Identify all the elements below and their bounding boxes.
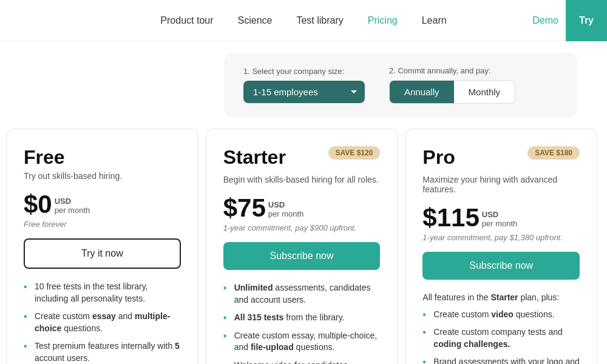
plan-starter-card: Starter SAVE $120 Begin with skills-base… bbox=[206, 129, 398, 364]
selector-box: 1. Select your company size: 1-15 employ… bbox=[225, 53, 577, 116]
pro-price-row: $115 USD per month bbox=[422, 205, 580, 231]
nav-test-library[interactable]: Test library bbox=[296, 15, 343, 26]
free-feature-list: 10 free tests in the test library, inclu… bbox=[24, 281, 181, 364]
pro-features-intro: All features in the Starter plan, plus: bbox=[422, 292, 580, 304]
free-price-meta: USD per month bbox=[55, 197, 90, 215]
nav-pricing[interactable]: Pricing bbox=[368, 15, 398, 26]
starter-plan-title: Starter bbox=[223, 146, 286, 169]
free-price-currency: USD bbox=[55, 197, 90, 206]
pro-price-period: per month bbox=[482, 219, 518, 228]
free-feature-3: Test premium features internally with 5 … bbox=[24, 340, 181, 364]
pricing-selector: 1. Select your company size: 1-15 employ… bbox=[194, 41, 607, 116]
nav-try-button[interactable]: Try bbox=[566, 0, 607, 41]
free-plan-title: Free bbox=[24, 146, 181, 169]
pro-feature-3: Brand assessments with your logo and col… bbox=[422, 356, 580, 364]
company-size-select[interactable]: 1-15 employees16-50 employees51-200 empl… bbox=[243, 81, 365, 103]
starter-feature-list: Unlimited assessments, candidates and ac… bbox=[223, 282, 381, 364]
free-price-row: $0 USD per month bbox=[24, 192, 181, 217]
nav-science[interactable]: Science bbox=[238, 15, 273, 26]
pro-plan-subtitle: Maximize your hiring with advanced featu… bbox=[422, 175, 580, 194]
pricing-cards: Free Try out skills-based hiring. $0 USD… bbox=[0, 116, 607, 364]
starter-price-row: $75 USD per month bbox=[223, 195, 381, 221]
plan-free-card: Free Try out skills-based hiring. $0 USD… bbox=[6, 129, 198, 364]
free-forever-label: Free forever bbox=[24, 220, 181, 229]
nav-demo-link[interactable]: Demo bbox=[532, 15, 558, 26]
pro-price-meta: USD per month bbox=[482, 210, 518, 228]
free-feature-1: 10 free tests in the test library, inclu… bbox=[24, 281, 181, 305]
starter-price-meta: USD per month bbox=[268, 200, 304, 218]
pro-feature-list: All features in the Starter plan, plus: … bbox=[422, 292, 580, 364]
pro-cta-button[interactable]: Subscribe now bbox=[422, 252, 580, 280]
starter-plan-subtitle: Begin with skills-based hiring for all r… bbox=[223, 175, 381, 184]
billing-label: 2. Commit annually, and pay: bbox=[389, 66, 515, 75]
monthly-toggle[interactable]: Monthly bbox=[454, 81, 515, 103]
billing-toggle: Annually Monthly bbox=[389, 80, 515, 104]
pro-feature-2: Create custom company tests and coding c… bbox=[422, 326, 580, 350]
starter-price-currency: USD bbox=[268, 200, 304, 209]
starter-feature-1: Unlimited assessments, candidates and ac… bbox=[223, 282, 381, 306]
company-size-section: 1. Select your company size: 1-15 employ… bbox=[243, 67, 365, 103]
company-size-label: 1. Select your company size: bbox=[243, 67, 365, 76]
free-price-period: per month bbox=[55, 206, 90, 215]
pro-save-badge: SAVE $180 bbox=[527, 146, 580, 160]
starter-price-period: per month bbox=[268, 209, 304, 218]
pro-price-currency: USD bbox=[482, 210, 518, 219]
starter-commitment: 1-year commitment, pay $900 upfront. bbox=[223, 223, 381, 232]
nav-learn[interactable]: Learn bbox=[422, 15, 447, 26]
nav-links: Product tour Science Test library Pricin… bbox=[160, 15, 446, 26]
billing-section: 2. Commit annually, and pay: Annually Mo… bbox=[389, 66, 515, 104]
free-cta-button[interactable]: Try it now bbox=[24, 238, 181, 269]
starter-price-amount: $75 bbox=[223, 195, 266, 221]
free-price-amount: $0 bbox=[24, 192, 52, 217]
annually-toggle[interactable]: Annually bbox=[390, 81, 454, 103]
starter-feature-2: All 315 tests from the library. bbox=[223, 312, 381, 324]
starter-header-row: Starter SAVE $120 bbox=[223, 146, 381, 171]
starter-cta-button[interactable]: Subscribe now bbox=[223, 242, 381, 270]
starter-feature-3: Create custom essay, multiple-choice, an… bbox=[223, 330, 381, 354]
starter-feature-4: Welcome video for candidates. bbox=[223, 360, 381, 364]
pro-plan-title: Pro bbox=[422, 146, 455, 169]
free-plan-subtitle: Try out skills-based hiring. bbox=[24, 171, 181, 181]
plan-pro-card: Pro SAVE $180 Maximize your hiring with … bbox=[405, 129, 597, 364]
pro-header-row: Pro SAVE $180 bbox=[422, 146, 580, 171]
nav-product-tour[interactable]: Product tour bbox=[160, 15, 213, 26]
pro-feature-1: Create custom video questions. bbox=[422, 309, 580, 321]
pro-price-amount: $115 bbox=[422, 205, 479, 231]
starter-save-badge: SAVE $120 bbox=[328, 146, 381, 160]
pro-commitment: 1-year commitment, pay $1,380 upfront. bbox=[422, 233, 580, 242]
free-feature-2: Create custom essay and multiple-choice … bbox=[24, 311, 181, 334]
navigation: Product tour Science Test library Pricin… bbox=[0, 0, 607, 41]
